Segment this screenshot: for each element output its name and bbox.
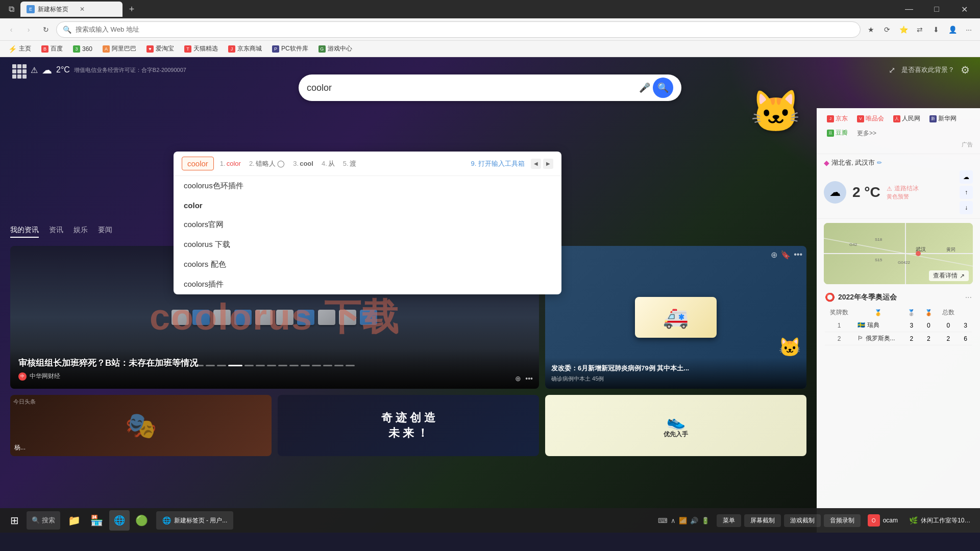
more-news-btn[interactable]: •••: [525, 374, 533, 383]
refresh-btn[interactable]: ↻: [39, 22, 53, 37]
forward-btn[interactable]: ›: [21, 22, 36, 37]
game-screenshot-btn[interactable]: 游戏截制: [784, 514, 821, 527]
history-btn[interactable]: ⟳: [880, 22, 894, 37]
bookmark-360[interactable]: 3 360: [69, 44, 96, 54]
audio-record-btn[interactable]: 音频录制: [824, 514, 861, 527]
bookmark-baidu[interactable]: B 百度: [37, 43, 67, 54]
bronze-2: 2: [937, 332, 959, 345]
weather-tool-2[interactable]: ↑: [960, 186, 973, 199]
ac-current-input[interactable]: coolor: [182, 157, 214, 170]
link-more[interactable]: 更多>>: [854, 127, 879, 139]
bookmark-games[interactable]: G 游戏中心: [314, 43, 356, 54]
bookmark-pc[interactable]: P PC软件库: [268, 43, 312, 54]
tray-volume-btn[interactable]: 🔊: [690, 517, 698, 524]
hint-4[interactable]: 4.从: [322, 159, 335, 168]
link-people[interactable]: 人 人民网: [890, 113, 923, 124]
start-btn[interactable]: ⊞: [4, 510, 24, 531]
mic-btn[interactable]: 🎤: [636, 80, 653, 96]
drama-title: 杨...: [14, 443, 26, 452]
file-explorer-btn[interactable]: 📁: [64, 510, 85, 531]
news-card-side[interactable]: 🚑 发改委：6月新增新冠肺炎病例79例 其中本土... 确诊病例中本土 45例 …: [545, 246, 806, 389]
active-tab[interactable]: E 新建标签页 ✕: [20, 2, 122, 17]
bookmark-label: 百度: [51, 44, 63, 53]
news-card-drama[interactable]: 今日头条 🎭 杨...: [10, 395, 272, 456]
bookmark-side-btn[interactable]: 🔖: [780, 250, 791, 260]
open-app-btn[interactable]: 🌐 新建标签页 - 用户...: [156, 511, 234, 530]
suggestion-2[interactable]: coolors官网: [174, 215, 561, 235]
suggestion-0[interactable]: coolorus色环插件: [174, 176, 561, 196]
bookmark-alibaba[interactable]: A 阿里巴巴: [99, 43, 140, 54]
hint-2[interactable]: 2.错略人 ◯: [249, 159, 285, 168]
bookmark-home[interactable]: ⚡ 主页: [4, 43, 35, 54]
tray-keyboard-btn[interactable]: ⌨: [658, 517, 668, 524]
downloads-btn[interactable]: ⬇: [929, 22, 943, 37]
tab-switcher-btn[interactable]: ⧉: [4, 2, 18, 16]
country-2: 🏳 俄罗斯奥...: [853, 332, 903, 345]
link-jd2[interactable]: 豆 豆瓣: [824, 128, 851, 138]
people-icon: 人: [893, 115, 900, 122]
prev-input-btn[interactable]: ◀: [531, 159, 541, 169]
hint-5[interactable]: 5.渡: [343, 159, 356, 168]
bookmark-label: 主页: [19, 44, 31, 53]
tab-entertainment[interactable]: 娱乐: [74, 226, 88, 238]
favorites-btn[interactable]: ★: [864, 22, 878, 37]
location-edit-btn[interactable]: ✏: [877, 159, 882, 166]
taskbar-search-btn[interactable]: 🔍 搜索: [27, 511, 60, 530]
tray-arrow-btn[interactable]: ∧: [671, 517, 676, 524]
tab-my-news[interactable]: 我的资讯: [10, 226, 39, 238]
weather-right-row: ☁ 2 °C ⚠ 道路结冰 黄色预警 ☁ ↑ ↓: [824, 170, 973, 214]
suggestion-3[interactable]: coolorus 下载: [174, 235, 561, 255]
tab-close-btn[interactable]: ✕: [79, 5, 86, 14]
maximize-btn[interactable]: □: [925, 0, 948, 18]
hint-3[interactable]: 3.cool: [293, 160, 313, 167]
map-container[interactable]: 武汉 黄冈 G42 S18 S15 G0422 查看详情 ↗: [824, 223, 973, 284]
hint-1[interactable]: 1.color: [220, 160, 241, 167]
link-xinhua[interactable]: 新 新华网: [926, 113, 960, 124]
input-tool-btn[interactable]: 9. 打开输入工具箱: [471, 159, 525, 168]
leisure-app-btn[interactable]: 🌿 休闲工作室等103...: [905, 514, 976, 527]
link-vip[interactable]: V 唯品会: [854, 113, 887, 124]
next-input-btn[interactable]: ▶: [543, 159, 553, 169]
store-btn[interactable]: 🏪: [87, 510, 107, 531]
profile-sync-btn[interactable]: ⇄: [913, 22, 927, 37]
tray-battery-btn[interactable]: 🔋: [701, 517, 709, 524]
bookmark-taobao[interactable]: ♥ 爱淘宝: [142, 43, 178, 54]
menu-btn[interactable]: 菜单: [717, 514, 741, 527]
new-tab-btn[interactable]: +: [125, 2, 139, 16]
weather-tool-1[interactable]: ☁: [960, 170, 973, 184]
address-bar[interactable]: 🔍 搜索或输入 Web 地址: [56, 21, 861, 38]
feedback-side-btn[interactable]: ⊕: [771, 250, 777, 260]
feedback-btn[interactable]: ⊕: [515, 374, 521, 383]
news-card-movie[interactable]: 奇 迹 创 造未 来 ！: [278, 395, 539, 456]
more-side-btn[interactable]: •••: [794, 250, 802, 260]
news-card-product[interactable]: 👟 优先入手: [545, 395, 806, 456]
road-ice-text[interactable]: 道路结冰: [894, 184, 919, 193]
suggestion-4[interactable]: coolors 配色: [174, 255, 561, 274]
map-expand-btn[interactable]: 查看详情 ↗: [929, 270, 969, 281]
profile-btn[interactable]: 👤: [945, 22, 960, 37]
ocam-app-btn[interactable]: O ocam: [864, 512, 902, 529]
suggestion-5[interactable]: coolors插件: [174, 274, 561, 294]
search-btn[interactable]: 🔍: [653, 78, 673, 98]
screenshot-btn[interactable]: 屏幕截制: [744, 514, 781, 527]
location-bar: ◆ 湖北省, 武汉市 ✏: [824, 158, 973, 167]
medals-header: 奖牌数: [825, 306, 853, 319]
external-link-icon: ↗: [960, 272, 965, 280]
olympics-more-btn[interactable]: ···: [965, 293, 972, 302]
close-btn[interactable]: ✕: [952, 0, 976, 18]
more-btn[interactable]: ···: [962, 22, 976, 37]
tray-network-btn[interactable]: 📶: [679, 517, 687, 524]
tab-news[interactable]: 资讯: [49, 226, 63, 238]
back-btn[interactable]: ‹: [4, 22, 18, 37]
bookmark-jd[interactable]: J 京东商城: [224, 43, 266, 54]
collections-btn[interactable]: ⭐: [896, 22, 911, 37]
minimize-btn[interactable]: —: [897, 0, 921, 18]
link-jd[interactable]: J 京东: [824, 113, 851, 124]
bookmark-tmall[interactable]: T 天猫精选: [180, 43, 222, 54]
weather-tool-3[interactable]: ↓: [960, 201, 973, 214]
suggestion-1[interactable]: color: [174, 196, 561, 215]
tab-hot[interactable]: 要闻: [98, 226, 112, 238]
search-input[interactable]: [307, 83, 636, 93]
edge-btn[interactable]: 🌐: [109, 510, 130, 531]
app-4-btn[interactable]: 🟢: [132, 510, 152, 531]
